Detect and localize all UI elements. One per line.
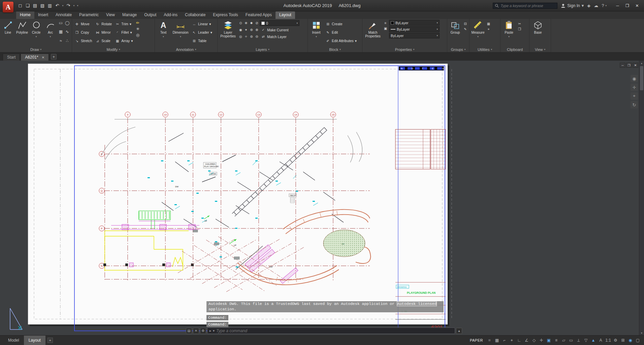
properties-panel-footer[interactable]: Properties▾ [362,46,447,52]
array-button[interactable]: ▦Array▾ [114,37,134,45]
file-tab-document[interactable]: A6201* ✕ [21,54,49,61]
ribbon-tab-add-ins[interactable]: Add-ins [160,11,181,19]
command-customize-icon[interactable]: ▤ [186,328,192,334]
ribbon-tab-annotate[interactable]: Annotate [52,11,75,19]
tab-close-icon[interactable]: ✕ [42,56,44,59]
modify-panel-footer[interactable]: Modify▾ [72,46,155,52]
rectangle-tool-icon[interactable]: ▭ [58,20,64,26]
match-properties-button[interactable]: Match Properties [364,20,382,46]
measure-button[interactable]: Measure ▾ [471,20,485,46]
dimension-button[interactable]: Dimension ▾ [171,20,190,46]
status-toggle-object-snap-tracking[interactable]: ✛ [538,337,545,344]
minimize-button[interactable]: ─ [613,2,622,10]
paste-button[interactable]: Paste ▾ [502,20,516,46]
ungroup-icon[interactable]: ⊟ [463,21,468,26]
layer-isolate-icon[interactable]: ✹ [249,21,254,26]
edit-block-button[interactable]: ✎Edit [324,28,358,36]
ribbon-tab-output[interactable]: Output [140,11,160,19]
revcloud-tool-icon[interactable]: ≈ [58,38,64,43]
status-toggle-annotation-scale[interactable]: 1:1 [605,337,612,344]
layer-freeze-icon[interactable]: ❄ [244,21,249,26]
layer-state-icon[interactable]: ✧ [244,34,249,39]
ribbon-tab-home[interactable]: Home [16,11,34,19]
application-menu-button[interactable]: A [3,2,13,12]
leader-button[interactable]: ↖Leader▾ [191,28,213,36]
copy-button[interactable]: ❐Copy [73,28,93,36]
steering-wheel-icon[interactable]: ◉ [631,75,638,82]
quick-calc-icon[interactable]: ▦ [486,21,491,26]
ribbon-tab-manage[interactable]: Manage [119,11,140,19]
status-toggle-snap-mode[interactable]: ▦ [493,337,501,344]
group-edit-icon[interactable]: ✎ [463,27,468,32]
command-input[interactable] [216,328,453,333]
points-tool-icon[interactable]: ∴ [64,38,70,43]
layer-walk-icon[interactable]: ◎ [238,34,243,39]
drawing-minimize-button[interactable]: ─ [620,63,625,68]
layers-panel-footer[interactable]: Layers▾ [218,46,308,52]
help-search-box[interactable] [493,3,557,9]
paper-space-indicator[interactable]: PAPER [470,338,483,342]
explode-icon[interactable]: ✳ [135,26,141,32]
qat-button-redo-menu[interactable]: ▾ [72,2,75,9]
hatch-tool-icon[interactable]: ▦ [58,29,64,35]
base-button[interactable]: Base [531,20,545,46]
properties-palette-icon[interactable]: ▣ [383,26,388,31]
status-toggle-workspace-switching[interactable]: ⚙ [612,337,619,344]
polyline-button[interactable]: Polyline [15,20,29,46]
layer-unisolate-icon[interactable]: ✦ [244,27,249,32]
erase-icon[interactable]: ✏ [135,20,141,26]
orbit-icon[interactable]: ↻ [631,101,638,108]
ribbon-tab-view[interactable]: View [102,11,119,19]
status-toggle-quick-properties[interactable]: ⊞ [619,337,626,344]
trim-button[interactable]: ✂Trim▾ [114,20,134,28]
new-tab-button[interactable]: + [51,54,57,60]
layer-unlock-icon[interactable]: ⊗ [254,27,259,32]
qat-button-new[interactable]: ◻ [17,2,24,9]
copy-clip-icon[interactable]: ❐ [517,27,522,32]
new-layout-button[interactable]: + [47,338,53,343]
group-button[interactable]: Group [449,20,462,46]
circle-button[interactable]: Circle ▾ [30,20,43,46]
file-tab-start[interactable]: Start [3,54,20,61]
model-tab[interactable]: Model [3,336,24,345]
status-toggle-selection-cycling[interactable]: ▭ [568,337,575,344]
edit-attributes-button[interactable]: ✐Edit Attributes▾ [324,37,358,45]
ribbon-tab-insert[interactable]: Insert [34,11,52,19]
stretch-button[interactable]: ↘Stretch [73,37,93,45]
qat-button-open[interactable]: ❏ [24,2,31,9]
offset-icon[interactable]: ◎ [135,32,141,38]
status-toggle-polar-tracking[interactable]: ∠ [523,337,530,344]
restore-button[interactable]: ❐ [622,2,632,10]
qat-button-undo[interactable]: ↶ [54,2,61,9]
search-input[interactable] [501,4,555,8]
layer-on-icon[interactable]: ◉ [238,27,243,32]
line-button[interactable]: Line [1,20,14,46]
a360-cloud-icon[interactable]: ☁ [594,3,598,8]
vertical-scrollbar[interactable]: ▲ ▼ [639,61,644,335]
zoom-icon[interactable]: ⌖ [631,92,638,100]
status-toggle-graphics-performance[interactable]: ◉ [627,337,634,344]
table-button[interactable]: ⊞Table [191,37,213,45]
scale-button[interactable]: ⊿Scale [94,37,113,45]
qat-button-undo-menu[interactable]: ▾ [61,2,64,9]
insert-button[interactable]: Insert ▾ [309,20,323,46]
command-close-icon[interactable]: ✕ [193,328,199,334]
scrollbar-thumb[interactable] [640,66,643,90]
command-input-field[interactable]: ▸ ▾ [207,327,455,334]
qat-button-qat-menu[interactable]: ▾ [76,2,79,9]
match-layer-button[interactable]: ⇄Match Layer [260,33,288,41]
fillet-button[interactable]: ◜Fillet▾ [114,28,134,36]
app-store-icon[interactable]: ◈ [587,3,590,8]
spline-tool-icon[interactable]: ∿ [64,29,70,35]
status-toggle-object-snap[interactable]: ▣ [545,337,552,344]
qat-button-redo[interactable]: ↷ [65,2,72,9]
help-icon[interactable]: ?▾ [602,3,607,8]
cad-viewport[interactable]: N O T E S DRAWING PLAYGROUND PLAN 1 : 50… [0,61,644,335]
status-toggle-selection-filtering[interactable]: ▽ [582,337,589,344]
command-dropdown-icon[interactable]: ▾ [213,329,215,333]
status-toggle-clean-screen[interactable]: ▢ [634,337,641,344]
create-block-button[interactable]: ⊞Create [324,20,358,28]
mirror-button[interactable]: ⋈Mirror [94,28,113,36]
status-toggle-dynamic-ucs[interactable]: ⟂ [575,337,582,344]
qat-button-save[interactable]: ▤ [32,2,38,9]
